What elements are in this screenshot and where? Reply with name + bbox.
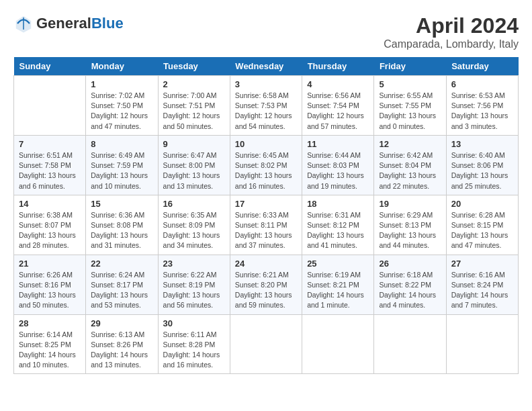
day-number: 22 [91,259,152,269]
day-info: Sunrise: 6:42 AM Sunset: 8:04 PM Dayligh… [379,150,441,191]
logo: GeneralBlue [13,13,124,34]
day-number: 23 [163,259,225,269]
weekday-header-monday: Monday [86,57,158,76]
month-title: April 2024 [384,13,519,38]
day-number: 26 [379,259,441,269]
weekday-header-row: SundayMondayTuesdayWednesdayThursdayFrid… [14,57,519,76]
day-number: 18 [307,199,369,209]
day-cell: 22Sunrise: 6:24 AM Sunset: 8:17 PM Dayli… [86,255,158,314]
logo-blue: Blue [91,15,124,32]
day-cell: 30Sunrise: 6:11 AM Sunset: 8:28 PM Dayli… [158,314,230,374]
day-number: 17 [235,199,297,209]
day-number: 4 [307,79,369,89]
day-number: 5 [379,79,441,89]
day-cell: 17Sunrise: 6:33 AM Sunset: 8:11 PM Dayli… [230,195,302,255]
day-cell: 16Sunrise: 6:35 AM Sunset: 8:09 PM Dayli… [158,195,230,255]
weekday-header-wednesday: Wednesday [230,57,302,76]
day-number: 21 [19,259,81,269]
day-info: Sunrise: 6:28 AM Sunset: 8:15 PM Dayligh… [451,210,513,251]
day-cell [14,76,86,136]
day-info: Sunrise: 6:24 AM Sunset: 8:17 PM Dayligh… [91,270,152,311]
logo-icon [13,13,34,34]
day-info: Sunrise: 6:55 AM Sunset: 7:55 PM Dayligh… [379,91,441,132]
day-info: Sunrise: 6:19 AM Sunset: 8:21 PM Dayligh… [307,270,369,311]
day-cell [302,314,374,374]
day-cell: 19Sunrise: 6:29 AM Sunset: 8:13 PM Dayli… [374,195,446,255]
day-number: 9 [163,139,225,149]
day-number: 7 [19,139,81,149]
weekday-header-sunday: Sunday [14,57,86,76]
day-info: Sunrise: 6:29 AM Sunset: 8:13 PM Dayligh… [379,210,441,251]
day-number: 13 [451,139,513,149]
week-row-2: 7Sunrise: 6:51 AM Sunset: 7:58 PM Daylig… [14,135,519,195]
title-block: April 2024 Camparada, Lombardy, Italy [384,13,519,50]
weekday-header-tuesday: Tuesday [158,57,230,76]
day-info: Sunrise: 6:21 AM Sunset: 8:20 PM Dayligh… [235,270,297,311]
day-cell: 9Sunrise: 6:47 AM Sunset: 8:00 PM Daylig… [158,135,230,195]
day-cell: 2Sunrise: 7:00 AM Sunset: 7:51 PM Daylig… [158,76,230,136]
logo-general: General [36,15,91,32]
day-number: 28 [19,318,81,328]
day-cell: 8Sunrise: 6:49 AM Sunset: 7:59 PM Daylig… [86,135,158,195]
day-cell: 11Sunrise: 6:44 AM Sunset: 8:03 PM Dayli… [302,135,374,195]
day-cell: 1Sunrise: 7:02 AM Sunset: 7:50 PM Daylig… [86,76,158,136]
day-cell: 20Sunrise: 6:28 AM Sunset: 8:15 PM Dayli… [446,195,518,255]
day-cell: 4Sunrise: 6:56 AM Sunset: 7:54 PM Daylig… [302,76,374,136]
day-info: Sunrise: 6:26 AM Sunset: 8:16 PM Dayligh… [19,270,81,311]
day-cell: 18Sunrise: 6:31 AM Sunset: 8:12 PM Dayli… [302,195,374,255]
weekday-header-saturday: Saturday [446,57,518,76]
day-cell: 14Sunrise: 6:38 AM Sunset: 8:07 PM Dayli… [14,195,86,255]
day-number: 19 [379,199,441,209]
day-info: Sunrise: 6:11 AM Sunset: 8:28 PM Dayligh… [163,330,225,371]
day-info: Sunrise: 6:56 AM Sunset: 7:54 PM Dayligh… [307,91,369,132]
day-cell: 6Sunrise: 6:53 AM Sunset: 7:56 PM Daylig… [446,76,518,136]
day-info: Sunrise: 6:31 AM Sunset: 8:12 PM Dayligh… [307,210,369,251]
day-number: 15 [91,199,152,209]
day-cell [230,314,302,374]
day-info: Sunrise: 6:40 AM Sunset: 8:06 PM Dayligh… [451,150,513,191]
day-number: 11 [307,139,369,149]
day-info: Sunrise: 6:51 AM Sunset: 7:58 PM Dayligh… [19,150,81,191]
calendar-table: SundayMondayTuesdayWednesdayThursdayFrid… [13,57,519,374]
day-info: Sunrise: 6:58 AM Sunset: 7:53 PM Dayligh… [235,91,297,132]
day-cell: 28Sunrise: 6:14 AM Sunset: 8:25 PM Dayli… [14,314,86,374]
day-cell: 27Sunrise: 6:16 AM Sunset: 8:24 PM Dayli… [446,255,518,314]
day-cell [374,314,446,374]
day-info: Sunrise: 6:45 AM Sunset: 8:02 PM Dayligh… [235,150,297,191]
day-number: 2 [163,79,225,89]
day-info: Sunrise: 6:36 AM Sunset: 8:08 PM Dayligh… [91,210,152,251]
location-title: Camparada, Lombardy, Italy [384,38,519,50]
day-cell: 15Sunrise: 6:36 AM Sunset: 8:08 PM Dayli… [86,195,158,255]
day-info: Sunrise: 7:02 AM Sunset: 7:50 PM Dayligh… [91,91,152,132]
day-cell: 13Sunrise: 6:40 AM Sunset: 8:06 PM Dayli… [446,135,518,195]
day-cell: 21Sunrise: 6:26 AM Sunset: 8:16 PM Dayli… [14,255,86,314]
day-cell: 7Sunrise: 6:51 AM Sunset: 7:58 PM Daylig… [14,135,86,195]
day-info: Sunrise: 6:49 AM Sunset: 7:59 PM Dayligh… [91,150,152,191]
day-info: Sunrise: 6:38 AM Sunset: 8:07 PM Dayligh… [19,210,81,251]
day-cell: 12Sunrise: 6:42 AM Sunset: 8:04 PM Dayli… [374,135,446,195]
day-cell: 24Sunrise: 6:21 AM Sunset: 8:20 PM Dayli… [230,255,302,314]
day-number: 10 [235,139,297,149]
day-number: 27 [451,259,513,269]
day-number: 20 [451,199,513,209]
day-cell: 29Sunrise: 6:13 AM Sunset: 8:26 PM Dayli… [86,314,158,374]
day-number: 8 [91,139,152,149]
day-number: 29 [91,318,152,328]
week-row-3: 14Sunrise: 6:38 AM Sunset: 8:07 PM Dayli… [14,195,519,255]
day-cell [446,314,518,374]
day-info: Sunrise: 6:13 AM Sunset: 8:26 PM Dayligh… [91,330,152,371]
day-number: 14 [19,199,81,209]
day-number: 30 [163,318,225,328]
day-number: 1 [91,79,152,89]
weekday-header-friday: Friday [374,57,446,76]
week-row-4: 21Sunrise: 6:26 AM Sunset: 8:16 PM Dayli… [14,255,519,314]
day-cell: 10Sunrise: 6:45 AM Sunset: 8:02 PM Dayli… [230,135,302,195]
day-info: Sunrise: 6:53 AM Sunset: 7:56 PM Dayligh… [451,91,513,132]
weekday-header-thursday: Thursday [302,57,374,76]
day-info: Sunrise: 7:00 AM Sunset: 7:51 PM Dayligh… [163,91,225,132]
day-cell: 23Sunrise: 6:22 AM Sunset: 8:19 PM Dayli… [158,255,230,314]
day-info: Sunrise: 6:18 AM Sunset: 8:22 PM Dayligh… [379,270,441,311]
day-cell: 3Sunrise: 6:58 AM Sunset: 7:53 PM Daylig… [230,76,302,136]
week-row-5: 28Sunrise: 6:14 AM Sunset: 8:25 PM Dayli… [14,314,519,374]
day-number: 24 [235,259,297,269]
